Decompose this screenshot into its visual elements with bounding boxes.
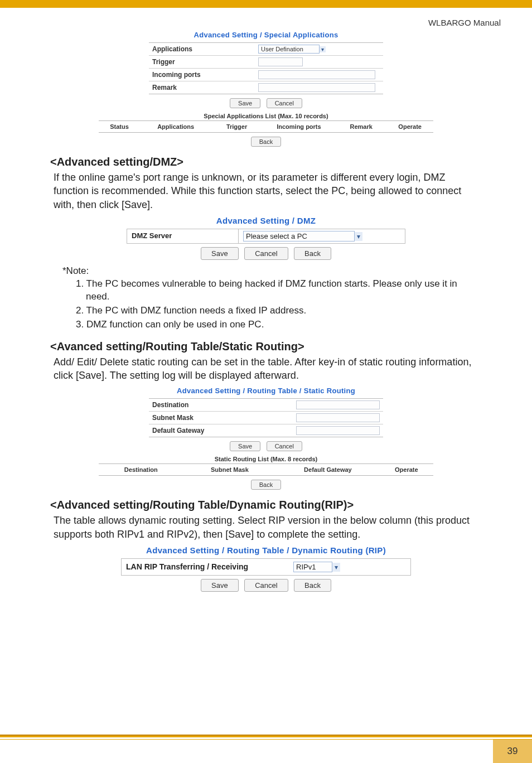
destination-input[interactable] — [296, 400, 380, 409]
default-gateway-input[interactable] — [296, 426, 380, 435]
static-routing-paragraph: Add/ Edit/ Delete static routing can be … — [54, 355, 482, 383]
col-operate: Operate — [380, 464, 433, 476]
rip-title: Advanced Setting / Routing Table / Dynam… — [50, 545, 482, 555]
special-apps-panel: Advanced Setting / Special Applications … — [99, 31, 433, 147]
dmz-panel: Advanced Setting / DMZ DMZ Server Please… — [50, 216, 482, 260]
special-apps-list-header: Status Applications Trigger Incoming por… — [99, 120, 433, 133]
rip-version-select[interactable]: RIPv1 — [293, 562, 332, 572]
dmz-title: Advanced Setting / DMZ — [50, 216, 482, 225]
subnet-mask-input[interactable] — [296, 413, 380, 422]
save-button[interactable]: Save — [230, 98, 260, 108]
dmz-server-select-value: Please select a PC — [246, 232, 307, 240]
dmz-server-label: DMZ Server — [127, 229, 239, 243]
page-number: 39 — [493, 740, 532, 763]
dmz-server-select[interactable]: Please select a PC — [243, 231, 355, 242]
save-button[interactable]: Save — [201, 579, 239, 592]
col-trigger: Trigger — [211, 121, 262, 133]
col-incoming: Incoming ports — [262, 121, 336, 133]
col-destination: Destination — [99, 464, 183, 476]
applications-select[interactable]: User Defination — [258, 45, 320, 54]
remark-label: Remark — [149, 81, 255, 94]
cancel-button[interactable]: Cancel — [267, 98, 302, 108]
static-routing-list-header: Destination Subnet Mask Default Gateway … — [99, 463, 433, 476]
col-subnet-mask: Subnet Mask — [183, 464, 277, 476]
chevron-down-icon[interactable]: ▾ — [332, 563, 340, 572]
chevron-down-icon[interactable]: ▾ — [319, 46, 326, 52]
note-label: *Note: — [62, 265, 482, 277]
note-item: 3. DMZ function can only be used in one … — [76, 318, 482, 331]
back-button[interactable]: Back — [294, 247, 331, 260]
special-apps-form: Applications User Defination ▾ Trigger I… — [149, 42, 383, 94]
rip-paragraph: The table allows dynamic routing setting… — [54, 514, 482, 541]
cancel-button[interactable]: Cancel — [244, 579, 288, 592]
static-routing-list-caption: Static Routing List (Max. 8 records) — [99, 456, 433, 462]
static-routing-panel: Advanced Setting / Routing Table / Stati… — [99, 387, 433, 490]
note-list: 1. The PC becomes vulnerable to being ha… — [76, 278, 482, 331]
applications-select-value: User Defination — [261, 46, 303, 52]
default-gateway-label: Default Gateway — [149, 424, 293, 437]
back-button[interactable]: Back — [251, 480, 281, 490]
dmz-paragraph: If the online game's port range is unkno… — [54, 171, 482, 211]
page-content: Advanced Setting / Special Applications … — [0, 31, 532, 631]
destination-label: Destination — [149, 399, 293, 412]
back-button[interactable]: Back — [294, 579, 331, 592]
trigger-label: Trigger — [149, 56, 255, 69]
note-item: 2. The PC with DMZ function needs a fixe… — [76, 305, 482, 317]
incoming-ports-label: Incoming ports — [149, 69, 255, 81]
cancel-button[interactable]: Cancel — [244, 247, 288, 260]
col-applications: Applications — [140, 121, 211, 133]
static-routing-form: Destination Subnet Mask Default Gateway — [149, 398, 383, 437]
static-routing-title: Advanced Setting / Routing Table / Stati… — [99, 387, 433, 395]
col-default-gateway: Default Gateway — [276, 464, 379, 476]
footer-stripe-thin — [0, 739, 532, 740]
static-routing-heading: <Avanced setting/Routing Table/Static Ro… — [50, 340, 482, 353]
chevron-down-icon[interactable]: ▾ — [354, 232, 362, 241]
lan-rip-label: LAN RIP Transferring / Receiving — [122, 559, 289, 575]
incoming-ports-input[interactable] — [258, 70, 375, 79]
footer-stripe — [0, 735, 532, 737]
rip-version-select-value: RIPv1 — [296, 563, 316, 571]
remark-input[interactable] — [258, 83, 375, 92]
trigger-input[interactable] — [258, 57, 303, 66]
cancel-button[interactable]: Cancel — [267, 441, 302, 451]
rip-panel: Advanced Setting / Routing Table / Dynam… — [50, 545, 482, 592]
save-button[interactable]: Save — [230, 441, 260, 451]
col-status: Status — [99, 121, 140, 133]
dmz-heading: <Advanced setting/DMZ> — [50, 156, 482, 168]
manual-title: WLBARGO Manual — [0, 8, 532, 27]
rip-heading: <Advanced setting/Routing Table/Dynamic … — [50, 499, 482, 511]
col-remark: Remark — [336, 121, 386, 133]
top-accent-stripe — [0, 0, 532, 8]
back-button[interactable]: Back — [251, 137, 281, 147]
subnet-mask-label: Subnet Mask — [149, 412, 293, 424]
applications-label: Applications — [149, 43, 255, 56]
special-apps-title: Advanced Setting / Special Applications — [99, 31, 433, 39]
note-item: 1. The PC becomes vulnerable to being ha… — [86, 278, 482, 303]
col-operate: Operate — [386, 121, 433, 133]
save-button[interactable]: Save — [201, 247, 239, 260]
special-apps-list-caption: Special Applications List (Max. 10 recor… — [99, 113, 433, 119]
